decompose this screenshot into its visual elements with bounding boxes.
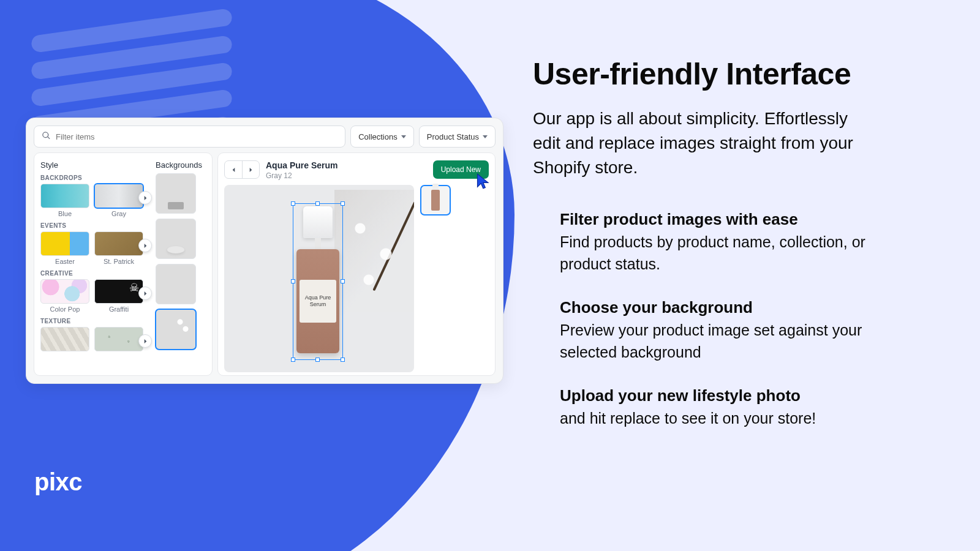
resize-handle[interactable] (341, 358, 345, 362)
background-option-2[interactable] (156, 219, 196, 259)
resize-handle[interactable] (291, 279, 295, 283)
style-tile-graffiti[interactable]: Graffiti (94, 279, 143, 313)
resize-handle[interactable] (341, 279, 345, 283)
image-thumbnails (420, 185, 452, 368)
pager (224, 160, 260, 179)
left-panel: Style BACKDROPS Blue Gray EVENTS Easter … (34, 152, 213, 376)
caret-down-icon (401, 135, 406, 138)
status-label: Product Status (427, 132, 479, 141)
group-creative: CREATIVE (40, 270, 149, 277)
resize-handle[interactable] (291, 358, 295, 362)
caret-down-icon (483, 135, 488, 138)
next-button[interactable] (242, 161, 259, 178)
style-tile-texture-1[interactable] (40, 327, 89, 351)
pixc-logo: pixc (34, 468, 82, 496)
search-input[interactable] (56, 132, 337, 141)
backgrounds-column: Backgrounds (156, 160, 206, 368)
backgrounds-title: Backgrounds (156, 160, 206, 170)
marketing-copy: User-friendly Interface Our app is all a… (533, 56, 943, 453)
feature-3: Upload your new lifestyle photo and hit … (560, 386, 903, 430)
group-events: EVENTS (40, 222, 149, 229)
styles-column: Style BACKDROPS Blue Gray EVENTS Easter … (40, 160, 149, 368)
product-name: Aqua Pure Serum (266, 160, 427, 170)
styles-title: Style (40, 160, 149, 170)
group-backdrops: BACKDROPS (40, 174, 149, 181)
style-tile-stpatrick[interactable]: St. Patrick (94, 231, 143, 265)
preview-canvas[interactable]: Aqua Pure Serum (224, 185, 414, 372)
cursor-icon (475, 173, 492, 192)
group-texture: TEXTURE (40, 318, 149, 324)
resize-handle[interactable] (315, 358, 320, 362)
lede: Our app is all about simplicity. Effortl… (533, 107, 876, 179)
product-image-thumb[interactable] (420, 185, 451, 216)
style-tile-texture-2[interactable] (94, 327, 143, 351)
row-scroll-right[interactable] (138, 239, 152, 252)
resize-handle[interactable] (291, 201, 295, 206)
collections-label: Collections (358, 132, 398, 141)
background-option-1[interactable] (156, 173, 196, 214)
main-panel: Aqua Pure Serum Gray 12 Upload New Aqua … (217, 152, 496, 376)
decor-flowers (334, 190, 414, 318)
headline: User-friendly Interface (533, 56, 943, 92)
style-tile-blue[interactable]: Blue (40, 184, 89, 217)
collections-select[interactable]: Collections (350, 126, 414, 148)
resize-handle[interactable] (315, 201, 320, 206)
selection-box[interactable] (293, 203, 343, 360)
product-variant: Gray 12 (266, 171, 427, 180)
search-icon (42, 131, 51, 143)
feature-2: Choose your background Preview your prod… (560, 298, 903, 363)
style-tile-gray[interactable]: Gray (94, 184, 143, 217)
product-status-select[interactable]: Product Status (419, 126, 496, 148)
background-option-3[interactable] (156, 264, 196, 304)
product-meta: Aqua Pure Serum Gray 12 (266, 160, 427, 180)
feature-1: Filter product images with ease Find pro… (560, 210, 903, 275)
resize-handle[interactable] (341, 201, 345, 206)
toolbar: Collections Product Status (34, 126, 496, 148)
background-option-4[interactable] (156, 309, 196, 350)
search-field[interactable] (34, 126, 345, 148)
row-scroll-right[interactable] (138, 191, 152, 204)
app-card: Collections Product Status Style BACKDRO… (26, 118, 503, 384)
prev-button[interactable] (225, 161, 242, 178)
row-scroll-right[interactable] (138, 287, 152, 300)
row-scroll-right[interactable] (138, 334, 152, 348)
style-tile-colorpop[interactable]: Color Pop (40, 279, 89, 313)
style-tile-easter[interactable]: Easter (40, 231, 89, 265)
